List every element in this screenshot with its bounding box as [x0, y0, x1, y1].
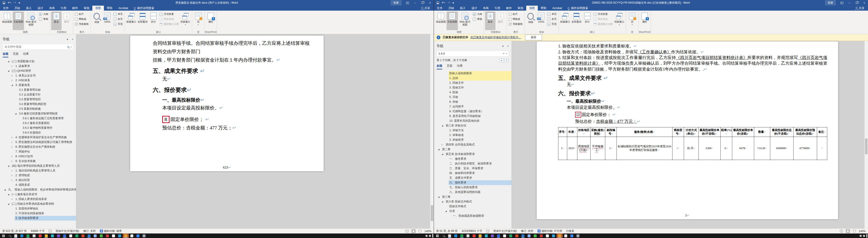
status-zoom-level[interactable]: 140% [859, 230, 866, 233]
nav-item[interactable]: ◢(一) 服务项目承诺书 [0, 192, 76, 197]
nav-item[interactable]: 3.5 质量控制措施 [0, 107, 76, 111]
ribbon-button-同步滚动[interactable]: ↕同步滚动 [160, 18, 179, 21]
sign-in-button[interactable]: 登录 [825, 0, 836, 5]
collapse-icon[interactable]: ◢ [8, 59, 9, 64]
ribbon-button-垂直[interactable]: ↕垂直 [51, 11, 62, 30]
sign-in-button[interactable]: 登录 [391, 0, 402, 5]
nav-pane-close-icon[interactable]: × [72, 38, 73, 41]
nav-item[interactable]: 八、其他需要说明的问题 [434, 190, 512, 195]
document-page[interactable]: 合同结算审核手续。合同结算审核手续办理完毕后，乙方应将上述结算审核资料交由甲方财… [130, 36, 324, 171]
nav-item[interactable]: 二、执行的技术规范、标准和要求 [434, 161, 512, 166]
nav-item[interactable]: 四、验收和结算要求 [434, 171, 512, 176]
nav-item[interactable]: ▷第四章 合同条款及格式 [434, 142, 512, 147]
nav-item[interactable]: ◢第三章 评标办法 [434, 123, 512, 128]
tab-邮件[interactable]: 邮件 [503, 6, 515, 11]
ribbon-button-100%[interactable]: 100% [102, 11, 113, 30]
redo-icon[interactable]: ↷ [13, 1, 16, 4]
nav-item[interactable]: 1. 评标方法 [434, 128, 512, 133]
ribbon-button-属性[interactable]: 属性 [640, 11, 650, 30]
clear-search-icon[interactable]: × [503, 52, 504, 55]
expand-icon[interactable]: ▷ [11, 73, 13, 78]
tab-视图[interactable]: 视图 [92, 6, 104, 11]
taskbar-search-icon[interactable] [7, 234, 13, 238]
start-button[interactable] [0, 234, 7, 238]
status-language[interactable]: 简体中文(中国大陆) [493, 229, 517, 233]
taskbar-app-icon[interactable] [471, 234, 477, 238]
nav-tab-页面[interactable]: 页面 [447, 64, 453, 69]
tab-文件[interactable]: 文件 [434, 6, 445, 11]
nav-item[interactable]: 3. 技术标准和要求 [0, 216, 76, 220]
taskbar-app-icon[interactable] [74, 234, 80, 238]
nav-tab-页面[interactable]: 页面 [13, 52, 19, 58]
share-button[interactable]: 共享 [852, 6, 868, 11]
checkbox-icon[interactable] [509, 18, 512, 21]
ribbon-button-缩放[interactable]: 缩放 [526, 11, 536, 30]
taskbar-app-icon[interactable] [575, 234, 581, 238]
nav-item[interactable]: 7. 风险评估 [0, 149, 76, 154]
nav-search-box[interactable]: ▾ [3, 44, 73, 50]
nav-tab-标题[interactable]: 标题 [437, 64, 442, 69]
checkbox-icon[interactable] [75, 18, 78, 21]
tray-icon[interactable] [426, 235, 428, 237]
collapse-icon[interactable]: ◢ [442, 123, 443, 128]
status-accessibility[interactable]: ♿ 辅助功能: 调查 [100, 229, 122, 233]
nav-item[interactable]: ◢目录 [434, 209, 512, 213]
customize-qat-icon[interactable]: ▾ [19, 1, 20, 4]
taskbar-app-icon[interactable] [459, 234, 465, 238]
taskbar-app-icon[interactable] [538, 234, 544, 238]
taskbar-app-icon[interactable] [141, 234, 147, 238]
checkbox-导航窗格[interactable]: 导航窗格 [75, 23, 89, 26]
ribbon-display-options-icon[interactable] [838, 0, 846, 6]
tab-Acrobat[interactable]: Acrobat [549, 6, 565, 11]
scrollbar-thumb[interactable] [865, 138, 868, 154]
nav-item[interactable]: 3.6.4 应急响应 [0, 130, 76, 135]
tab-设计[interactable]: 设计 [35, 6, 46, 11]
nav-item[interactable]: 4. 保障承诺 [0, 182, 76, 187]
customize-qat-icon[interactable]: ▾ [453, 1, 454, 4]
tab-审阅[interactable]: 审阅 [81, 6, 92, 11]
nav-item[interactable]: 9. 是否采用电子招标投标 [434, 114, 512, 118]
restore-button[interactable] [853, 0, 861, 6]
print-layout-view-icon[interactable] [411, 229, 416, 233]
taskbar-app-icon[interactable] [68, 234, 74, 238]
tell-me-search[interactable]: 操作说明搜索 [565, 6, 591, 11]
tray-icon[interactable] [860, 235, 862, 237]
start-button[interactable] [434, 234, 441, 238]
taskbar-app-icon[interactable] [526, 234, 532, 238]
collapse-icon[interactable]: ◢ [442, 152, 443, 157]
checkbox-icon[interactable] [75, 23, 78, 26]
nav-item[interactable]: 10. 需要补充的其他内容 [434, 118, 512, 123]
status-track-changes[interactable]: 修订: 关闭 [83, 229, 96, 233]
search-dropdown-icon[interactable]: ▾ [71, 46, 71, 48]
ribbon-button-大纲[interactable]: ≡大纲 [39, 12, 48, 16]
nav-item[interactable]: 3.1 质量管理目标 [0, 88, 76, 92]
ribbon-button-拆分[interactable]: 拆分 [582, 11, 593, 30]
ribbon-button-切换窗口[interactable]: 切换窗口▾ [180, 11, 191, 30]
collapse-icon[interactable]: ◢ [8, 164, 9, 168]
expand-icon[interactable]: ▷ [11, 154, 13, 159]
ribbon-button-重设窗口位置[interactable]: 重设窗口位置 [593, 23, 613, 26]
expand-icon[interactable]: ▷ [11, 78, 13, 83]
restore-button[interactable] [419, 0, 426, 6]
print-layout-view-icon[interactable] [846, 229, 850, 233]
collapse-icon[interactable]: ◢ [438, 147, 439, 152]
nav-item[interactable]: 5. 开标 [434, 95, 512, 100]
ribbon-button-Web 版式视图[interactable]: Web 版式视图 [458, 11, 472, 30]
expand-icon[interactable]: ▷ [11, 64, 13, 69]
tab-帮助[interactable]: 帮助 [538, 6, 549, 11]
ribbon-button-页面视图[interactable]: 页面视图 [446, 11, 458, 30]
taskbar-app-icon[interactable] [56, 234, 62, 238]
taskbar-app-icon[interactable] [31, 234, 37, 238]
nav-item[interactable]: 五、成果文件要求 [434, 176, 512, 180]
taskbar-app-icon[interactable] [13, 234, 19, 238]
ribbon-button-重设窗口位置[interactable]: 重设窗口位置 [160, 23, 179, 26]
taskbar-app-icon[interactable] [551, 234, 557, 238]
expand-icon[interactable]: ▷ [11, 140, 13, 144]
redo-icon[interactable]: ↷ [447, 1, 450, 4]
nav-item[interactable]: ▷1. 体系认证证书 [0, 73, 76, 78]
status-recovered[interactable]: 已恢复 [566, 229, 574, 233]
share-button[interactable]: 共享 [418, 6, 434, 11]
taskbar-app-icon[interactable] [557, 234, 563, 238]
collapse-icon[interactable]: ◢ [8, 69, 9, 73]
collapse-icon[interactable]: ◢ [11, 83, 13, 88]
